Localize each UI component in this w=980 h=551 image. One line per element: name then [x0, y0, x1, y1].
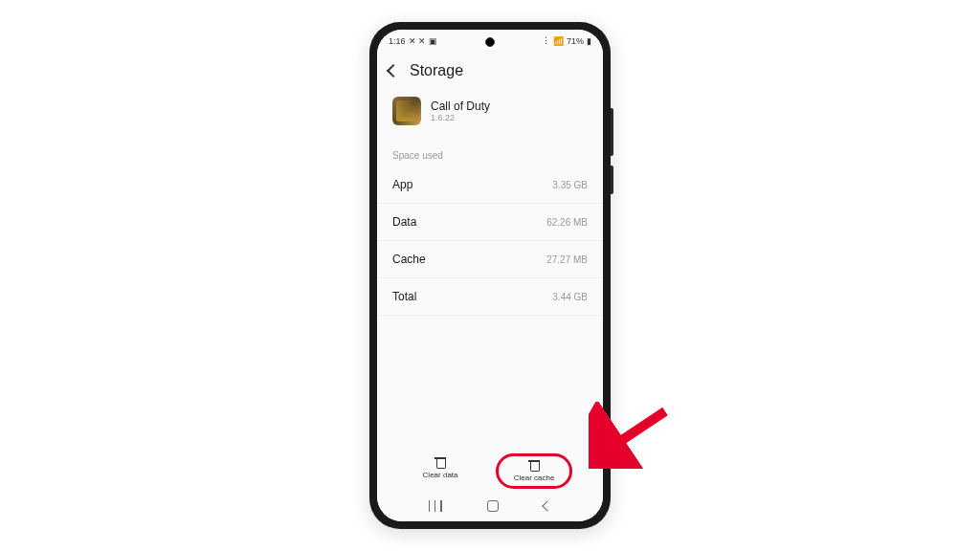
recent-apps-button[interactable] [429, 500, 442, 512]
row-label: App [392, 178, 412, 191]
status-time: 1:16 [389, 36, 406, 46]
app-icon [392, 97, 421, 125]
signal-icon: 📶 [553, 36, 564, 46]
svg-line-1 [608, 411, 665, 450]
row-label: Data [392, 215, 416, 229]
screen: 1:16 ✕ ✕ ▣ ⋮ 📶 71% ▮ Storage Call of Dut… [377, 30, 603, 521]
front-camera [485, 37, 495, 47]
battery-icon: ▮ [587, 36, 591, 46]
app-text: Call of Duty 1.6.22 [431, 99, 490, 122]
trash-icon [434, 457, 446, 469]
navigation-bar [377, 493, 603, 521]
clear-cache-label: Clear cache [514, 474, 555, 482]
row-total: Total 3.44 GB [377, 278, 603, 316]
volume-button [611, 108, 613, 156]
section-label: Space used [377, 137, 603, 166]
app-info-row: Call of Duty 1.6.22 [377, 89, 603, 137]
power-button [611, 165, 613, 194]
wifi-icon: ⋮ [542, 36, 550, 46]
row-value: 27.27 MB [546, 254, 588, 265]
status-left: 1:16 ✕ ✕ ▣ [389, 36, 437, 46]
phone-frame: 1:16 ✕ ✕ ▣ ⋮ 📶 71% ▮ Storage Call of Dut… [369, 22, 611, 529]
bottom-actions: Clear data Clear cache [377, 446, 603, 493]
row-cache: Cache 27.27 MB [377, 241, 603, 278]
row-app: App 3.35 GB [377, 166, 603, 204]
row-value: 62.26 MB [546, 217, 588, 228]
home-button[interactable] [487, 500, 499, 512]
clear-data-button[interactable]: Clear data [408, 453, 474, 489]
header: Storage [377, 53, 603, 89]
row-label: Cache [392, 253, 426, 266]
clear-data-label: Clear data [423, 471, 458, 479]
row-value: 3.35 GB [552, 180, 588, 190]
app-version: 1.6.22 [431, 113, 490, 122]
row-data: Data 62.26 MB [377, 204, 603, 241]
battery-percent: 71% [567, 36, 584, 46]
back-button[interactable] [387, 64, 400, 77]
status-right: ⋮ 📶 71% ▮ [542, 36, 591, 46]
row-label: Total [392, 290, 416, 303]
back-nav-button[interactable] [543, 500, 553, 511]
app-name: Call of Duty [431, 99, 490, 113]
status-icons-left: ✕ ✕ ▣ [409, 36, 437, 46]
row-value: 3.44 GB [552, 292, 588, 302]
trash-icon [528, 460, 540, 472]
clear-cache-button[interactable]: Clear cache [496, 453, 573, 489]
spacer [377, 316, 603, 446]
page-title: Storage [410, 62, 463, 79]
